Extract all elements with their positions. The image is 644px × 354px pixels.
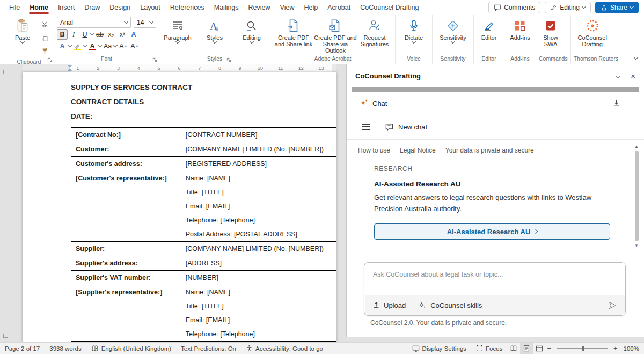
cocounsel-drafting-button[interactable]: CoCounsel Drafting [574, 17, 611, 47]
bold-button[interactable]: B [57, 29, 68, 40]
paste-button[interactable]: Paste [7, 17, 38, 43]
ruler-number: 5 [149, 64, 169, 72]
styles-button[interactable]: Aa Styles [199, 17, 230, 43]
font-size-value: 14 [137, 19, 144, 26]
underline-button[interactable]: U [79, 29, 90, 40]
sensitivity-button[interactable]: Sensitivity [435, 17, 471, 43]
print-layout-view-button[interactable] [520, 343, 533, 354]
collapse-ribbon-icon[interactable] [634, 53, 638, 61]
zoom-in-button[interactable]: + [612, 344, 619, 352]
dock-panel-icon[interactable] [612, 99, 620, 107]
menu-tab[interactable]: File [4, 0, 25, 15]
focus-button[interactable]: Focus [471, 343, 507, 354]
panel-close-icon[interactable]: × [631, 72, 635, 80]
panel-link[interactable]: Your data is private and secure [445, 147, 534, 154]
editor-button[interactable]: Editor [477, 17, 501, 41]
proofing-status[interactable]: English (United Kingdom) [86, 343, 176, 354]
display-settings-button[interactable]: Display Settings [407, 343, 471, 354]
cocounsel-skills-button[interactable]: CoCounsel skills [419, 301, 482, 309]
adobe-acrobat-group: Create PDF and Share link Create PDF and… [270, 15, 396, 64]
dictate-button[interactable]: Dictate [398, 17, 429, 43]
font-size-select[interactable]: 14 [134, 17, 156, 28]
zoom-percentage[interactable]: 100% [619, 343, 644, 354]
panel-scrollbar-vertical[interactable]: ▲ ▼ [633, 144, 640, 250]
new-chat-button[interactable]: New chat [385, 122, 427, 132]
text-predictions-status[interactable]: Text Predictions: On [176, 343, 241, 354]
clipboard-launcher-icon[interactable] [47, 57, 52, 62]
text-effects-typography-button[interactable]: A [57, 41, 68, 52]
send-button[interactable] [608, 301, 617, 310]
menu-tab[interactable]: Help [299, 0, 323, 15]
highlight-button[interactable] [72, 41, 83, 52]
create-pdf-outlook-button[interactable]: Create PDF and Share via Outlook [314, 17, 357, 54]
menu-tab[interactable]: Layout [135, 0, 165, 15]
change-case-button[interactable]: Aa [102, 41, 113, 52]
document-heading: DATE: [71, 113, 336, 120]
cut-button[interactable] [39, 19, 50, 30]
panel-collapse-icon[interactable] [617, 72, 620, 80]
menu-tab[interactable]: References [165, 0, 209, 15]
copy-button[interactable] [39, 32, 50, 43]
table-row: Customer's address: [REGISTERED ADDRESS] [71, 157, 336, 171]
menubar-right: Comments Editing Share [488, 2, 644, 13]
styles-icon: Aa [207, 18, 222, 33]
table-row-label: [Customer's representative:] [71, 171, 181, 242]
paragraph-button[interactable]: Paragraph [162, 17, 193, 43]
accessibility-status[interactable]: Accessibility: Good to go [241, 343, 328, 354]
editing-button[interactable]: Editing [236, 17, 267, 43]
scroll-down-icon[interactable]: ▼ [634, 243, 639, 248]
menu-tab[interactable]: Mailings [209, 0, 244, 15]
font-color-button[interactable]: A [87, 41, 98, 52]
chat-input-card[interactable]: Ask CoCounsel about a legal task or topi… [364, 262, 626, 316]
zoom-slider-thumb[interactable] [582, 346, 584, 351]
word-count-status[interactable]: 3938 words [45, 343, 86, 354]
zoom-slider[interactable] [557, 348, 608, 349]
scroll-up-icon[interactable]: ▲ [634, 144, 639, 149]
table-row-value: [REGISTERED ADDRESS] [181, 157, 336, 171]
page-number-status[interactable]: Page 2 of 17 [0, 343, 45, 354]
read-mode-view-button[interactable] [507, 343, 520, 354]
panel-scrollbar-horizontal[interactable] [352, 87, 639, 92]
panel-link[interactable]: How to use [358, 147, 390, 154]
show-swa-button[interactable]: Show SWA [539, 17, 562, 47]
shrink-font-button[interactable]: A˅ [129, 41, 140, 52]
scrollbar-thumb[interactable] [635, 151, 639, 241]
web-layout-view-button[interactable] [533, 343, 546, 354]
share-button[interactable]: Share [595, 2, 639, 13]
menu-tab[interactable]: View [275, 0, 299, 15]
editing-mode-label: Editing [560, 4, 580, 11]
editing-mode-button[interactable]: Editing [545, 2, 591, 13]
font-name-select[interactable]: Arial [57, 17, 131, 28]
text-effects-button[interactable]: A [128, 29, 139, 40]
create-pdf-share-link-button[interactable]: Create PDF and Share link [273, 17, 314, 47]
strikethrough-button[interactable]: ab [94, 29, 105, 40]
menu-tab[interactable]: Design [105, 0, 135, 15]
styles-launcher-icon[interactable] [226, 57, 231, 62]
upload-button[interactable]: Upload [372, 301, 406, 309]
indent-marker[interactable] [68, 65, 72, 71]
document-page[interactable]: SUPPLY OF SERVICES CONTRACTCONTRACT DETA… [23, 72, 336, 342]
menu-tab[interactable]: Home [25, 0, 53, 15]
menu-tab[interactable]: Review [244, 0, 275, 15]
request-signatures-button[interactable]: Request Signatures [357, 17, 392, 47]
upload-label: Upload [384, 301, 406, 309]
table-row-label: Customer: [71, 142, 181, 157]
menu-tab[interactable]: Insert [53, 0, 79, 15]
chevron-down-icon [68, 43, 72, 47]
comments-button[interactable]: Comments [488, 2, 540, 13]
menu-tab[interactable]: Draw [79, 0, 105, 15]
menu-tab[interactable]: CoCounsel Drafting [355, 0, 423, 15]
zoom-out-button[interactable]: − [546, 344, 552, 352]
italic-button[interactable]: I [68, 29, 79, 40]
chat-menu-icon[interactable] [362, 124, 370, 130]
privacy-link[interactable]: private and secure [452, 319, 505, 327]
format-painter-button[interactable] [39, 46, 50, 56]
font-launcher-icon[interactable] [152, 57, 157, 62]
menu-tab[interactable]: Acrobat [323, 0, 355, 15]
panel-link[interactable]: Legal Notice [400, 147, 436, 154]
subscript-button[interactable]: x₂ [106, 29, 116, 40]
superscript-button[interactable]: x² [117, 29, 128, 40]
grow-font-button[interactable]: A˄ [118, 41, 128, 52]
ai-assisted-research-button[interactable]: AI-Assisted Research AU [374, 223, 610, 240]
addins-button[interactable]: Add-ins [507, 17, 533, 41]
